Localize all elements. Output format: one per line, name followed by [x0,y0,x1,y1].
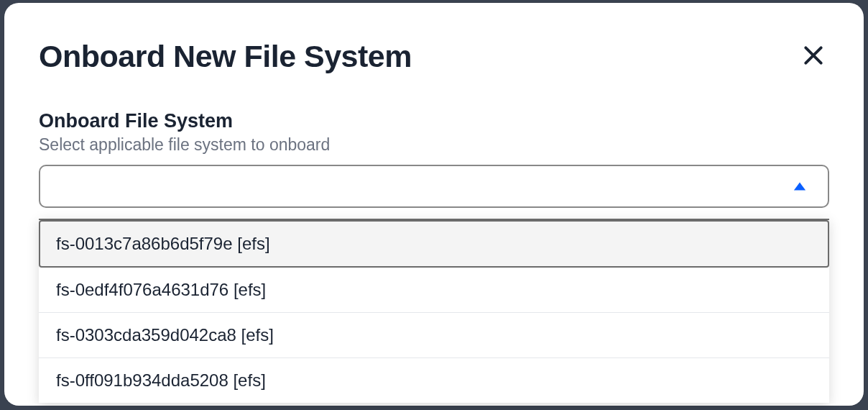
dropdown-option[interactable]: fs-0ff091b934dda5208 [efs] [39,358,829,403]
dropdown-option[interactable]: fs-0013c7a86b6d5f79e [efs] [39,220,829,268]
section-label: Onboard File System [39,110,829,132]
file-system-dropdown: fs-0013c7a86b6d5f79e [efs] fs-0edf4f076a… [39,219,829,403]
file-system-select[interactable] [39,165,829,208]
svg-marker-2 [794,183,805,191]
modal-header: Onboard New File System [39,39,829,74]
modal-title: Onboard New File System [39,39,412,74]
dropdown-option[interactable]: fs-0edf4f076a4631d76 [efs] [39,268,829,313]
section-hint: Select applicable file system to onboard [39,135,829,155]
dropdown-option[interactable]: fs-0303cda359d042ca8 [efs] [39,313,829,358]
close-icon [802,44,825,69]
close-button[interactable] [798,40,829,73]
onboard-file-system-modal: Onboard New File System Onboard File Sys… [4,3,864,406]
caret-up-icon [793,181,806,191]
